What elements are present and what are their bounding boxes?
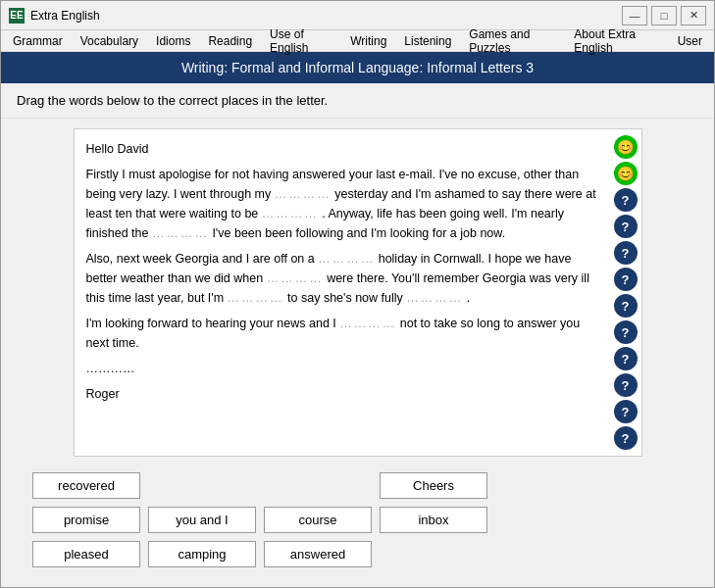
feedback-btn-9[interactable]: ?	[614, 347, 638, 370]
word-recovered[interactable]: recovered	[32, 472, 140, 499]
feedback-btn-2[interactable]: 😊	[614, 162, 638, 185]
word-you-and-i[interactable]: you and I	[148, 507, 256, 533]
menu-grammar[interactable]: Grammar	[5, 32, 71, 50]
header-title: Writing: Formal and Informal Language: I…	[181, 60, 534, 75]
menu-listening[interactable]: Listening	[396, 32, 459, 50]
letter-signature: Roger	[86, 384, 598, 404]
menu-about[interactable]: About Extra English	[566, 25, 667, 57]
feedback-btn-6[interactable]: ?	[614, 268, 638, 291]
feedback-btn-12[interactable]: ?	[614, 426, 638, 450]
letter-greeting: Hello David	[86, 139, 598, 159]
menu-idioms[interactable]: Idioms	[148, 32, 198, 50]
close-button[interactable]: ✕	[681, 6, 706, 25]
menu-vocabulary[interactable]: Vocabulary	[73, 32, 146, 50]
feedback-btn-4[interactable]: ?	[614, 215, 638, 238]
menu-reading[interactable]: Reading	[200, 32, 260, 50]
window-controls: — □ ✕	[622, 6, 706, 25]
menu-use-of-english[interactable]: Use of English	[262, 25, 340, 57]
menu-games-puzzles[interactable]: Games and Puzzles	[461, 25, 564, 57]
word-course[interactable]: course	[264, 507, 372, 533]
letter-container: Hello David Firstly I must apologise for…	[74, 128, 642, 457]
letter-body: Hello David Firstly I must apologise for…	[75, 129, 610, 456]
minimize-button[interactable]: —	[622, 6, 647, 25]
main-content: Hello David Firstly I must apologise for…	[1, 119, 714, 577]
word-bank: recovered Cheers promise you and I cours…	[17, 457, 698, 567]
app-icon: EE	[9, 8, 25, 24]
menu-writing[interactable]: Writing	[342, 32, 394, 50]
letter-para2: Also, next week Georgia and I are off on…	[86, 249, 598, 308]
feedback-btn-7[interactable]: ?	[614, 294, 638, 318]
instruction-text: Drag the words below to the correct plac…	[1, 83, 714, 119]
word-promise[interactable]: promise	[32, 507, 140, 533]
word-row-3: pleased camping answered	[32, 541, 683, 567]
feedback-column: 😊 😊 ? ? ? ? ? ? ? ? ? ?	[610, 129, 641, 456]
feedback-btn-10[interactable]: ?	[614, 373, 638, 397]
maximize-button[interactable]: □	[651, 6, 677, 25]
feedback-btn-5[interactable]: ?	[614, 241, 638, 265]
word-camping[interactable]: camping	[148, 541, 256, 567]
letter-closing-dots: …………	[86, 359, 598, 378]
page-header: Writing: Formal and Informal Language: I…	[1, 52, 714, 83]
feedback-btn-11[interactable]: ?	[614, 400, 638, 423]
feedback-btn-8[interactable]: ?	[614, 320, 638, 344]
feedback-btn-1[interactable]: 😊	[614, 135, 638, 159]
word-row-1: recovered Cheers	[32, 472, 683, 499]
app-title: Extra English	[30, 9, 622, 23]
word-answered[interactable]: answered	[264, 541, 372, 567]
menu-user[interactable]: User	[670, 32, 710, 50]
letter-para1: Firstly I must apologise for not having …	[86, 165, 598, 243]
word-row-2: promise you and I course inbox	[32, 507, 683, 533]
letter-para3: I'm looking forward to hearing your news…	[86, 314, 598, 353]
feedback-btn-3[interactable]: ?	[614, 188, 638, 212]
menu-bar: Grammar Vocabulary Idioms Reading Use of…	[1, 30, 714, 52]
word-cheers[interactable]: Cheers	[380, 472, 487, 499]
word-inbox[interactable]: inbox	[380, 507, 487, 533]
word-pleased[interactable]: pleased	[32, 541, 140, 567]
